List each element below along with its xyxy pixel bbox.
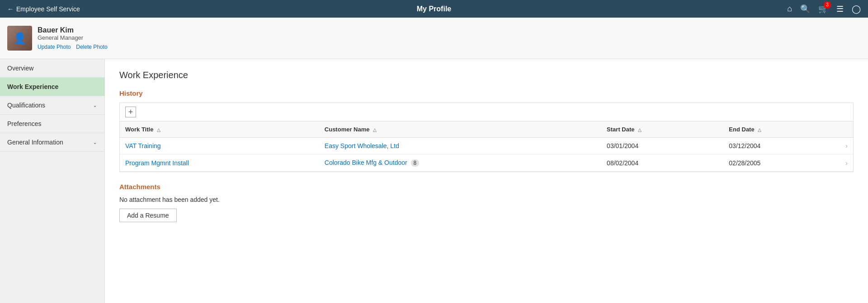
cart-icon[interactable]: 🛒 3 [818,4,828,14]
col-end-date: End Date △ [723,121,840,138]
chevron-down-icon: ⌄ [93,102,97,108]
start-date-cell: 08/02/2004 [601,154,723,172]
end-date-cell: 03/12/2004 [723,138,840,154]
update-photo-link[interactable]: Update Photo [38,44,71,50]
user-circle-icon[interactable]: ◯ [852,4,861,14]
col-start-date: Start Date △ [601,121,723,138]
col-work-title: Work Title △ [120,121,319,138]
work-title-cell[interactable]: VAT Training [120,138,319,154]
table-row[interactable]: Program Mgmnt Install Colorado Bike Mfg … [120,154,853,172]
back-nav[interactable]: ← Employee Self Service [7,5,80,13]
start-date-cell: 03/01/2004 [601,138,723,154]
attachments-section: Attachments No attachment has been added… [119,183,854,222]
home-icon[interactable]: ⌂ [787,4,792,14]
profile-header: 👤 Bauer Kim General Manager Update Photo… [0,18,868,59]
sidebar-item-work-experience[interactable]: Work Experience [0,78,104,96]
add-resume-button[interactable]: Add a Resume [119,209,177,222]
table-add-row: + [120,103,853,121]
app-title: Employee Self Service [16,5,80,13]
attachments-title: Attachments [119,183,854,191]
sidebar-item-qualifications[interactable]: Qualifications ⌄ [0,96,104,115]
back-arrow-icon: ← [7,5,14,13]
table-header-row: Work Title △ Customer Name △ Start Date … [120,121,853,138]
row-chevron[interactable]: › [840,138,853,154]
work-title-cell[interactable]: Program Mgmnt Install [120,154,319,172]
profile-job-title: General Manager [38,34,108,41]
delete-photo-link[interactable]: Delete Photo [76,44,107,50]
top-nav-icons: ⌂ 🔍 🛒 3 ☰ ◯ [787,4,861,14]
history-section-title: History [119,89,854,97]
sidebar-item-label: Qualifications [7,102,45,109]
sidebar-item-label: Overview [7,65,33,72]
sidebar-item-preferences[interactable]: Preferences [0,115,104,133]
sidebar-item-label: General Information [7,139,63,146]
customer-name-cell[interactable]: Colorado Bike Mfg & Outdoor 8 [319,154,601,172]
avatar: 👤 [7,26,32,51]
sidebar-item-label: Preferences [7,120,41,127]
chevron-down-icon: ⌄ [93,139,97,145]
customer-badge: 8 [411,159,420,167]
history-table-container: + Work Title △ Customer Name △ [119,103,854,172]
photo-links: Update Photo Delete Photo [38,43,108,50]
col-nav [840,121,853,138]
sidebar-item-overview[interactable]: Overview [0,59,104,78]
sort-icon[interactable]: △ [157,127,160,132]
work-experience-title: Work Experience [119,70,854,80]
sort-icon[interactable]: △ [373,127,377,132]
cart-badge: 3 [824,1,831,9]
customer-name-cell[interactable]: Easy Sport Wholesale, Ltd [319,138,601,154]
page-title-header: My Profile [417,5,451,13]
history-table: Work Title △ Customer Name △ Start Date … [120,121,853,172]
search-icon[interactable]: 🔍 [800,4,810,14]
top-nav: ← Employee Self Service My Profile ⌂ 🔍 🛒… [0,0,868,18]
sidebar-item-label: Work Experience [7,83,58,90]
profile-name: Bauer Kim [38,26,108,34]
menu-icon[interactable]: ☰ [836,4,844,14]
row-chevron[interactable]: › [840,154,853,172]
profile-info: Bauer Kim General Manager Update Photo D… [38,26,108,50]
sidebar: Overview Work Experience Qualifications … [0,59,105,303]
sidebar-item-general-information[interactable]: General Information ⌄ [0,133,104,152]
col-customer-name: Customer Name △ [319,121,601,138]
add-row-button[interactable]: + [125,107,136,117]
table-row[interactable]: VAT Training Easy Sport Wholesale, Ltd 0… [120,138,853,154]
main-layout: Overview Work Experience Qualifications … [0,59,868,303]
end-date-cell: 02/28/2005 [723,154,840,172]
no-attachment-text: No attachment has been added yet. [119,196,854,203]
avatar-image: 👤 [7,26,32,51]
sort-icon[interactable]: △ [758,127,761,132]
main-content: Work Experience History + Work Title △ C… [105,59,868,303]
sort-icon[interactable]: △ [638,127,642,132]
